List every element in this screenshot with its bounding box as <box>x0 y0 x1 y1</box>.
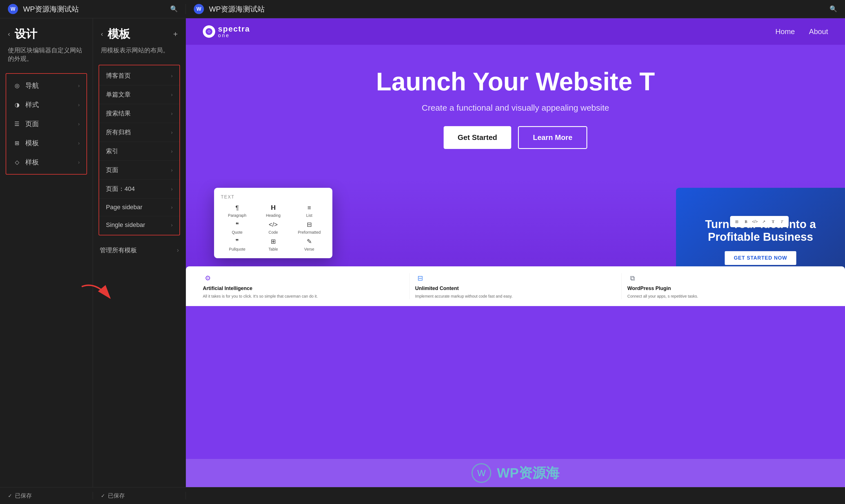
toolbar-code-button[interactable]: </> <box>751 218 759 226</box>
list-icon: ≡ <box>307 204 311 212</box>
design-panel-subtitle: 使用区块编辑器自定义网站的外观。 <box>0 46 93 71</box>
menu-item-patterns[interactable]: ◇ 样板 › <box>6 152 87 172</box>
menu-item-pages[interactable]: ☰ 页面 › <box>6 114 87 133</box>
template-page-sidebar-arrow: › <box>171 204 173 210</box>
template-index[interactable]: 索引 › <box>99 142 179 161</box>
design-back-button[interactable]: ‹ <box>8 30 10 38</box>
list-label: List <box>306 213 312 218</box>
template-single-sidebar-label: Single sidebar <box>106 221 171 229</box>
templates-back-button[interactable]: ‹ <box>101 30 103 38</box>
table-label: Table <box>268 247 278 251</box>
toolbar-italic-button[interactable]: 𝐁 <box>742 218 750 226</box>
menu-item-navigation[interactable]: ◎ 导航 › <box>6 76 87 95</box>
admin-bar-right: W WP资源海测试站 🔍 <box>186 4 845 14</box>
wp-logo-right[interactable]: W <box>194 4 204 14</box>
paragraph-label: Paragraph <box>228 213 246 218</box>
feature-content: ⊟ Unlimited Content Implement accurate m… <box>409 273 622 299</box>
patterns-arrow-icon: › <box>78 159 80 165</box>
toolbar-text2-button[interactable]: 𝑇 <box>778 218 786 226</box>
get-started-button[interactable]: Get Started <box>444 126 511 149</box>
learn-more-button[interactable]: Learn More <box>518 126 587 149</box>
manage-all-templates-button[interactable]: 管理所有模板 › <box>93 241 186 259</box>
templates-panel-subtitle: 用模板表示网站的布局。 <box>93 46 186 62</box>
search-icon-right[interactable]: 🔍 <box>829 5 837 13</box>
admin-bar: W WP资源海测试站 🔍 W WP资源海测试站 🔍 <box>0 0 845 18</box>
menu-item-styles-label: 样式 <box>25 100 73 109</box>
text-block-list: ≡ List <box>293 204 325 218</box>
design-panel-header: ‹ 设计 <box>0 26 93 46</box>
content-icon: ⊟ <box>415 273 425 283</box>
templates-panel: ‹ 模板 + 用模板表示网站的布局。 博客首页 › 单篇文章 › 搜索结果 › … <box>93 18 186 487</box>
spectra-header: spectra one Home About <box>186 18 845 45</box>
spectra-brand-one: one <box>218 33 250 38</box>
template-page-404-arrow: › <box>171 186 173 192</box>
quote-label: Quote <box>232 230 243 235</box>
template-all-archives[interactable]: 所有归档 › <box>99 123 179 142</box>
text-block-verse: ✎ Verse <box>293 238 325 251</box>
spectra-logo-icon <box>203 25 215 38</box>
business-get-started-button[interactable]: GET STARTED NOW <box>725 251 796 265</box>
spectra-logo-text: spectra one <box>218 25 250 38</box>
template-single-post-arrow: › <box>171 92 173 98</box>
menu-item-styles[interactable]: ◑ 样式 › <box>6 95 87 114</box>
design-check-icon: ✓ <box>8 493 12 499</box>
spectra-logo: spectra one <box>203 25 250 38</box>
svg-point-2 <box>208 31 210 32</box>
wp-feature-desc: Connect all your apps, s repetitive task… <box>627 294 828 299</box>
text-block-grid: ¶ Paragraph 𝗛 Heading ≡ List ❝ Quote <box>221 204 325 251</box>
template-index-arrow: › <box>171 148 173 154</box>
pullquote-icon: ❞ <box>235 238 239 245</box>
template-page-sidebar-label: Page sidebar <box>106 203 171 211</box>
hero-title: Launch Your Website T <box>203 67 828 96</box>
template-all-archives-label: 所有归档 <box>106 128 171 137</box>
ai-feature-title: Artificial Intelligence <box>203 286 404 291</box>
text-block-label: TEXT <box>221 195 325 200</box>
hero-subtitle: Create a functional and visually appeali… <box>203 103 828 113</box>
template-single-post-label: 单篇文章 <box>106 90 171 99</box>
template-single-sidebar-arrow: › <box>171 222 173 228</box>
template-blog-home[interactable]: 博客首页 › <box>99 67 179 85</box>
content-feature-desc: Implement accurate markup without code f… <box>415 294 616 299</box>
template-page-404[interactable]: 页面：404 › <box>99 180 179 198</box>
nav-about-link[interactable]: About <box>809 27 828 36</box>
nav-home-link[interactable]: Home <box>775 27 795 36</box>
text-block-code: </> Code <box>257 221 289 235</box>
site-title-right: WP资源海测试站 <box>209 4 265 14</box>
toolbar-bold-button[interactable]: ⊞ <box>733 218 741 226</box>
templates-icon: ⊞ <box>13 139 21 147</box>
text-block-pullquote: ❞ Pullquote <box>221 238 253 251</box>
navigation-arrow-icon: › <box>78 83 80 89</box>
templates-list-outline: 博客首页 › 单篇文章 › 搜索结果 › 所有归档 › 索引 › 页面 › <box>99 65 180 235</box>
paragraph-icon: ¶ <box>235 204 239 212</box>
heading-icon: 𝗛 <box>271 204 276 212</box>
template-single-sidebar[interactable]: Single sidebar › <box>99 216 179 234</box>
template-all-archives-arrow: › <box>171 129 173 136</box>
verse-icon: ✎ <box>307 238 312 245</box>
template-search-results[interactable]: 搜索结果 › <box>99 104 179 123</box>
watermark-wp-icon: W <box>472 463 491 483</box>
feature-icons-row: ⚙ Artificial Intelligence All it takes i… <box>186 266 845 306</box>
watermark: W WP资源海 <box>186 459 845 487</box>
template-page-sidebar[interactable]: Page sidebar › <box>99 198 179 216</box>
navigation-icon: ◎ <box>13 82 21 90</box>
search-icon-left[interactable]: 🔍 <box>170 5 178 13</box>
spectra-nav: Home About <box>775 27 828 36</box>
verse-label: Verse <box>304 247 314 251</box>
pages-icon: ☰ <box>13 120 21 128</box>
templates-saved-label: 已保存 <box>108 492 125 500</box>
templates-check-icon: ✓ <box>101 493 105 499</box>
table-icon: ⊞ <box>271 238 276 245</box>
main-content: ‹ 设计 使用区块编辑器自定义网站的外观。 ◎ 导航 › ◑ 样式 › ☰ 页面… <box>0 18 845 487</box>
toolbar-link-button[interactable]: ↗ <box>760 218 768 226</box>
template-index-label: 索引 <box>106 147 171 156</box>
wp-logo-left[interactable]: W <box>8 4 18 14</box>
text-block-paragraph: ¶ Paragraph <box>221 204 253 218</box>
toolbar-text-button[interactable]: 𝐓 <box>769 218 777 226</box>
editor-toolbar: ⊞ 𝐁 </> ↗ 𝐓 𝑇 <box>730 216 789 227</box>
design-menu-outline: ◎ 导航 › ◑ 样式 › ☰ 页面 › ⊞ 模板 › ◇ 样板 <box>6 73 87 175</box>
text-block-table: ⊞ Table <box>257 238 289 251</box>
template-single-post[interactable]: 单篇文章 › <box>99 85 179 104</box>
template-page[interactable]: 页面 › <box>99 161 179 180</box>
menu-item-templates[interactable]: ⊞ 模板 › <box>6 133 87 152</box>
add-template-button[interactable]: + <box>173 30 178 39</box>
